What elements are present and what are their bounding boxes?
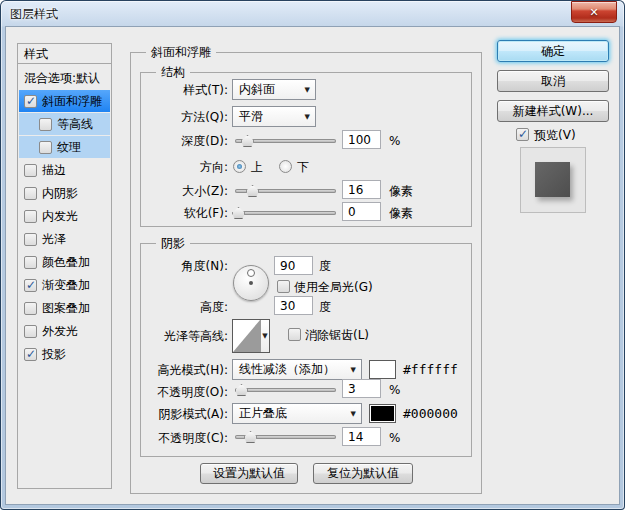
highlight-opacity-input[interactable] bbox=[342, 379, 381, 398]
preview-thumbnail bbox=[520, 147, 586, 213]
sidebar-item-gradient-overlay[interactable]: 渐变叠加 bbox=[19, 274, 110, 296]
checkbox-icon[interactable] bbox=[24, 256, 37, 269]
sidebar-item-bevel-emboss[interactable]: 斜面和浮雕 bbox=[19, 90, 110, 112]
preview-checkbox[interactable] bbox=[516, 128, 529, 141]
styles-header-label: 样式 bbox=[24, 46, 48, 63]
reset-default-button[interactable]: 复位为默认值 bbox=[313, 463, 413, 484]
style-select[interactable]: 内斜面 ▼ bbox=[232, 79, 316, 100]
checkbox-icon[interactable] bbox=[24, 95, 37, 108]
sidebar-item-color-overlay[interactable]: 颜色叠加 bbox=[19, 251, 110, 273]
size-slider[interactable] bbox=[235, 185, 336, 197]
sidebar-item-inner-shadow[interactable]: 内阴影 bbox=[19, 182, 110, 204]
sidebar-item-label: 图案叠加 bbox=[42, 300, 90, 317]
gloss-contour-label: 光泽等高线: bbox=[130, 329, 228, 344]
checkbox-icon[interactable] bbox=[39, 118, 52, 131]
direction-down-label[interactable]: 下 bbox=[297, 160, 309, 175]
style-select-value: 内斜面 bbox=[239, 81, 275, 98]
angle-input[interactable] bbox=[274, 256, 313, 275]
size-label: 大小(Z): bbox=[130, 184, 228, 199]
sidebar-item-label: 内阴影 bbox=[42, 185, 78, 202]
checkbox-icon[interactable] bbox=[24, 210, 37, 223]
sidebar-item-satin[interactable]: 光泽 bbox=[19, 228, 110, 250]
chevron-down-icon: ▼ bbox=[351, 410, 356, 418]
direction-up-label[interactable]: 上 bbox=[251, 160, 263, 175]
sidebar-item-label: 等高线 bbox=[57, 116, 93, 133]
slider-thumb[interactable] bbox=[235, 384, 248, 396]
use-global-light-label[interactable]: 使用全局光(G) bbox=[294, 280, 373, 295]
checkbox-icon[interactable] bbox=[24, 187, 37, 200]
shadow-opacity-slider[interactable] bbox=[235, 431, 336, 443]
highlight-opacity-unit: % bbox=[389, 383, 400, 398]
altitude-label: 高度: bbox=[130, 300, 228, 315]
anti-aliased-label[interactable]: 消除锯齿(L) bbox=[305, 328, 369, 343]
sidebar-item-blending-options[interactable]: 混合选项:默认 bbox=[19, 67, 110, 89]
depth-input[interactable] bbox=[342, 130, 381, 149]
chevron-down-icon[interactable]: ▼ bbox=[261, 320, 269, 352]
close-icon: ✕ bbox=[589, 7, 598, 18]
shading-group-title: 阴影 bbox=[156, 236, 190, 251]
checkbox-icon[interactable] bbox=[39, 141, 52, 154]
direction-label: 方向: bbox=[130, 160, 228, 175]
checkbox-icon[interactable] bbox=[24, 302, 37, 315]
soften-slider[interactable] bbox=[235, 207, 336, 219]
layer-style-dialog: 图层样式 ✕ 样式 混合选项:默认斜面和浮雕等高线纹理描边内阴影内发光光泽颜色叠… bbox=[0, 0, 625, 510]
shadow-color-swatch[interactable] bbox=[369, 404, 396, 423]
shadow-mode-select[interactable]: 正片叠底 ▼ bbox=[232, 403, 362, 424]
gloss-contour-picker[interactable]: ▼ bbox=[232, 319, 270, 353]
highlight-mode-select[interactable]: 线性减淡（添加） ▼ bbox=[232, 359, 362, 380]
altitude-input[interactable] bbox=[274, 296, 313, 315]
sidebar-item-label: 纹理 bbox=[57, 139, 81, 156]
highlight-color-swatch[interactable] bbox=[369, 360, 396, 379]
sidebar-list: 混合选项:默认斜面和浮雕等高线纹理描边内阴影内发光光泽颜色叠加渐变叠加图案叠加外… bbox=[17, 63, 112, 489]
angle-dial[interactable] bbox=[233, 265, 269, 301]
method-select-value: 平滑 bbox=[239, 108, 263, 125]
shadow-opacity-label: 不透明度(C): bbox=[130, 431, 228, 446]
sidebar-item-label: 外发光 bbox=[42, 323, 78, 340]
sidebar-item-label: 混合选项:默认 bbox=[24, 70, 100, 87]
titlebar[interactable]: 图层样式 ✕ bbox=[0, 0, 625, 26]
checkbox-icon[interactable] bbox=[24, 164, 37, 177]
sidebar-item-texture[interactable]: 纹理 bbox=[19, 136, 110, 158]
close-button[interactable]: ✕ bbox=[571, 1, 617, 23]
chevron-down-icon: ▼ bbox=[305, 113, 310, 121]
size-input[interactable] bbox=[342, 180, 381, 199]
sidebar-item-stroke[interactable]: 描边 bbox=[19, 159, 110, 181]
depth-slider[interactable] bbox=[235, 135, 336, 147]
shadow-opacity-input[interactable] bbox=[342, 427, 381, 446]
sidebar-item-inner-glow[interactable]: 内发光 bbox=[19, 205, 110, 227]
slider-thumb[interactable] bbox=[241, 135, 254, 147]
set-default-button[interactable]: 设置为默认值 bbox=[200, 463, 298, 484]
cancel-button[interactable]: 取消 bbox=[497, 70, 609, 92]
soften-label: 软化(F): bbox=[130, 206, 228, 221]
sidebar-item-label: 描边 bbox=[42, 162, 66, 179]
slider-thumb[interactable] bbox=[246, 185, 259, 197]
sidebar-item-label: 渐变叠加 bbox=[42, 277, 90, 294]
sidebar-item-drop-shadow[interactable]: 投影 bbox=[19, 343, 110, 365]
checkbox-icon[interactable] bbox=[24, 233, 37, 246]
sidebar-item-pattern-overlay[interactable]: 图案叠加 bbox=[19, 297, 110, 319]
sidebar-item-outer-glow[interactable]: 外发光 bbox=[19, 320, 110, 342]
slider-track bbox=[235, 388, 336, 392]
soften-input[interactable] bbox=[342, 202, 381, 221]
angle-label: 角度(N): bbox=[130, 259, 228, 274]
style-label: 样式(T): bbox=[130, 83, 228, 98]
method-select[interactable]: 平滑 ▼ bbox=[232, 106, 316, 127]
checkbox-icon[interactable] bbox=[24, 325, 37, 338]
shading-group bbox=[140, 243, 472, 457]
sidebar-item-contour[interactable]: 等高线 bbox=[19, 113, 110, 135]
preview-label[interactable]: 预览(V) bbox=[534, 128, 576, 143]
chevron-down-icon: ▼ bbox=[351, 366, 356, 374]
direction-up-radio[interactable] bbox=[233, 160, 246, 173]
slider-thumb[interactable] bbox=[244, 431, 257, 443]
highlight-opacity-slider[interactable] bbox=[235, 384, 336, 396]
use-global-light-checkbox[interactable] bbox=[277, 280, 290, 293]
preview-swatch bbox=[535, 162, 570, 197]
direction-down-radio[interactable] bbox=[279, 160, 292, 173]
altitude-unit: 度 bbox=[319, 300, 331, 315]
anti-aliased-checkbox[interactable] bbox=[288, 328, 301, 341]
ok-button[interactable]: 确定 bbox=[497, 40, 609, 62]
new-style-button[interactable]: 新建样式(W)... bbox=[497, 100, 609, 122]
chevron-down-icon: ▼ bbox=[305, 86, 310, 94]
checkbox-icon[interactable] bbox=[24, 348, 37, 361]
checkbox-icon[interactable] bbox=[24, 279, 37, 292]
